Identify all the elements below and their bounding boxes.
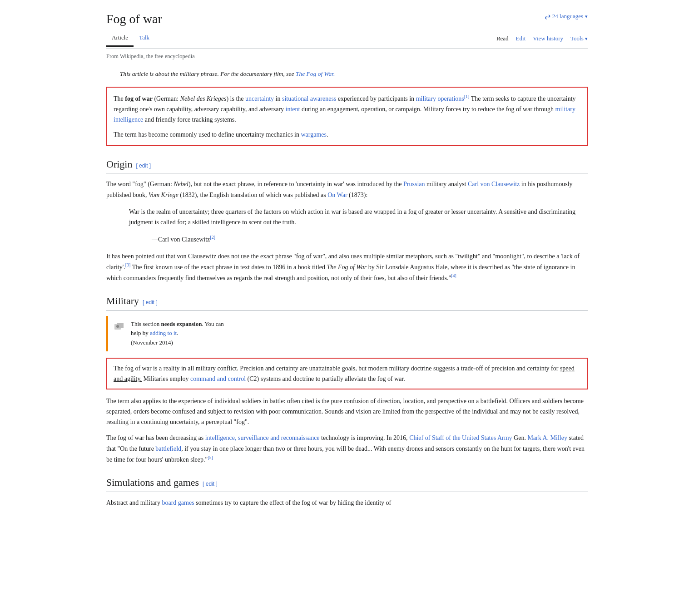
hatnote-link[interactable]: The Fog of War.	[296, 70, 335, 77]
origin-heading: Origin [ edit ]	[106, 156, 588, 173]
military-highlight-box: The fog of war is a reality in all milit…	[106, 358, 588, 389]
action-view-history[interactable]: View history	[533, 34, 563, 44]
svg-point-2	[116, 325, 119, 328]
languages-button[interactable]: ⇄ 24 languages ▾	[545, 11, 588, 23]
military-edit[interactable]: [ edit ]	[143, 298, 158, 307]
fog-of-war-bold: fog of war	[125, 95, 153, 102]
expansion-icon	[114, 320, 126, 338]
origin-edit[interactable]: [ edit ]	[136, 161, 151, 171]
chevron-down-icon: ▾	[585, 13, 588, 21]
military-p3: The fog of war has been decreasing as in…	[106, 433, 588, 464]
translate-icon: ⇄	[545, 11, 550, 23]
link-chief-of-staff[interactable]: Chief of Staff of the United States Army	[409, 434, 512, 441]
ref-1: [1]	[464, 94, 470, 99]
attribution: —Carl von Clausewitz[2]	[152, 234, 588, 245]
action-edit[interactable]: Edit	[516, 34, 526, 44]
tab-bar: Article Talk Read Edit View history Tool…	[106, 31, 588, 49]
right-actions: Read Edit View history Tools ▾	[496, 34, 588, 44]
link-clausewitz[interactable]: Carl von Clausewitz	[468, 181, 520, 187]
simulations-p1: Abstract and military board games someti…	[106, 498, 588, 508]
summary-box: The fog of war (German: Nebel des Kriege…	[106, 87, 588, 146]
simulations-edit[interactable]: [ edit ]	[203, 479, 218, 489]
blockquote: War is the realm of uncertainty; three q…	[129, 207, 588, 227]
action-tools[interactable]: Tools ▾	[570, 34, 588, 44]
page-title: Fog of war	[106, 9, 162, 30]
languages-label: 24 languages	[552, 12, 583, 21]
ref-5: [5]	[208, 455, 213, 460]
origin-p1: The word "fog" (German: Nebel), but not …	[106, 179, 588, 200]
link-uncertainty[interactable]: uncertainty	[245, 95, 274, 102]
hatnote-prefix: This article is about the military phras…	[120, 70, 296, 77]
tools-chevron: ▾	[585, 36, 588, 41]
ref-4: [4]	[451, 273, 456, 278]
link-on-war[interactable]: On War	[327, 192, 347, 198]
link-isr[interactable]: intelligence, surveillance and reconnais…	[205, 434, 320, 441]
military-heading: Military [ edit ]	[106, 293, 588, 310]
link-prussian[interactable]: Prussian	[403, 181, 425, 187]
german-italic-1: Nebel des Krieges	[180, 95, 227, 102]
left-tabs: Article Talk	[106, 31, 155, 47]
tab-article[interactable]: Article	[106, 31, 134, 47]
military-p2: The term also applies to the experience …	[106, 396, 588, 427]
link-intent[interactable]: intent	[286, 106, 300, 113]
from-wiki-text: From Wikipedia, the free encyclopedia	[106, 52, 588, 61]
link-battlefield[interactable]: battlefield	[155, 445, 181, 452]
link-situational-awareness[interactable]: situational awareness	[282, 95, 336, 102]
link-command-control[interactable]: command and control	[190, 375, 246, 382]
origin-p2: It has been pointed out that von Clausew…	[106, 251, 588, 283]
link-board-games[interactable]: board games	[162, 499, 194, 506]
ref-2: [2]	[210, 235, 215, 240]
link-milley[interactable]: Mark A. Milley	[527, 434, 567, 441]
link-wargames[interactable]: wargames	[301, 131, 327, 138]
summary-paragraph-2: The term has become commonly used to def…	[114, 129, 580, 140]
expansion-notice: This section needs expansion. You can he…	[106, 316, 233, 351]
adding-link[interactable]: adding to it	[150, 330, 177, 336]
ref-3: [3]	[125, 262, 131, 267]
action-read[interactable]: Read	[496, 34, 509, 44]
tab-talk[interactable]: Talk	[134, 31, 155, 47]
hatnote: This article is about the military phras…	[106, 67, 588, 81]
summary-paragraph-1: The fog of war (German: Nebel des Kriege…	[114, 93, 580, 125]
simulations-heading: Simulations and games [ edit ]	[106, 474, 588, 492]
link-military-operations[interactable]: military operations	[416, 95, 464, 102]
